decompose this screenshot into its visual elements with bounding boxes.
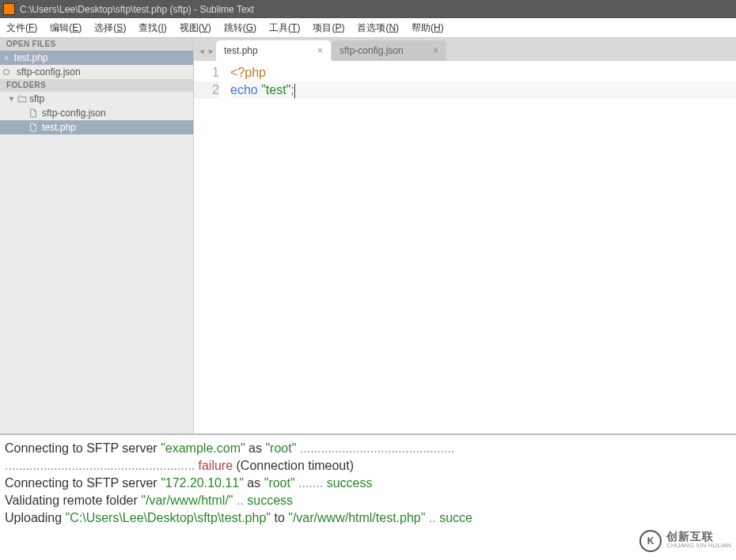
menu-t[interactable]: 工具(T) [263,18,306,38]
console-line: ........................................… [5,457,731,475]
menu-h[interactable]: 帮助(H) [405,18,450,38]
close-icon[interactable]: × [4,54,9,62]
line-number: 1 [194,64,219,81]
output-panel[interactable]: Connecting to SFTP server "example.com" … [0,433,736,560]
menu-i[interactable]: 查找(I) [132,18,173,38]
code-area[interactable]: 12 <?phpecho "test"; [194,61,736,433]
tabbar: ◂ ▸ test.php×sftp-config.json× [194,38,736,61]
editor-pane: ◂ ▸ test.php×sftp-config.json× 12 <?phpe… [194,38,736,433]
main-area: OPEN FILES ×test.phpsftp-config.json FOL… [0,38,736,433]
titlebar: C:\Users\Lee\Desktop\sftp\test.php (sftp… [0,0,736,18]
file-icon [28,108,38,118]
open-file-label: test.php [14,52,48,63]
console-line: Validating remote folder "/var/www/html/… [5,492,731,509]
editor-tab[interactable]: sftp-config.json× [332,40,446,61]
disclosure-icon: ▼ [8,95,15,103]
open-files-header: OPEN FILES [0,38,193,51]
tab-close-icon[interactable]: × [433,45,438,56]
watermark: K 创新互联 CHUANG XIN HULIAN [639,530,731,552]
folder-root[interactable]: ▼ sftp [0,92,193,106]
tab-label: sftp-config.json [340,45,404,56]
open-file-label: sftp-config.json [17,66,81,78]
menubar: 文件(F)编辑(E)选择(S)查找(I)视图(V)跳转(G)工具(T)项目(P)… [0,18,736,38]
tab-close-icon[interactable]: × [317,45,323,56]
code-line[interactable]: <?php [230,64,736,81]
menu-p[interactable]: 项目(P) [306,18,351,38]
open-file-item[interactable]: ×test.php [0,51,193,65]
tab-label: test.php [224,45,258,56]
line-number: 2 [194,81,219,99]
tab-scroll-right-icon[interactable]: ▸ [207,46,216,61]
editor-tab[interactable]: test.php× [216,40,331,61]
watermark-logo-icon: K [639,530,662,552]
menu-s[interactable]: 选择(S) [88,18,132,38]
console-line: Connecting to SFTP server "172.20.10.11"… [5,475,731,492]
folder-name: sftp [29,93,44,104]
folder-icon [17,94,27,104]
watermark-brand: 创新互联 [666,532,731,541]
gutter: 12 [194,61,226,433]
menu-v[interactable]: 视图(V) [173,18,218,38]
file-icon [28,123,38,132]
open-file-item[interactable]: sftp-config.json [0,65,193,79]
code[interactable]: <?phpecho "test"; [226,61,736,433]
console-line: Uploading "C:\Users\Lee\Desktop\sftp\tes… [5,509,731,527]
tab-scroll-left-icon[interactable]: ◂ [197,46,207,61]
menu-f[interactable]: 文件(F) [0,18,44,38]
tree-file-label: sftp-config.json [42,108,106,119]
folders-header: FOLDERS [0,79,193,92]
menu-n[interactable]: 首选项(N) [351,18,405,38]
tree-file-item[interactable]: sftp-config.json [0,106,193,120]
menu-e[interactable]: 编辑(E) [44,18,88,38]
tree-file-label: test.php [42,122,76,133]
app-icon [3,3,15,15]
text-cursor [294,84,295,98]
window-title: C:\Users\Lee\Desktop\sftp\test.php (sftp… [20,4,254,15]
console-line: Connecting to SFTP server "example.com" … [5,440,731,457]
code-line[interactable]: echo "test"; [230,81,736,99]
menu-g[interactable]: 跳转(G) [218,18,263,38]
watermark-sub: CHUANG XIN HULIAN [666,541,731,551]
tree-file-item[interactable]: test.php [0,120,193,134]
sidebar: OPEN FILES ×test.phpsftp-config.json FOL… [0,38,194,433]
